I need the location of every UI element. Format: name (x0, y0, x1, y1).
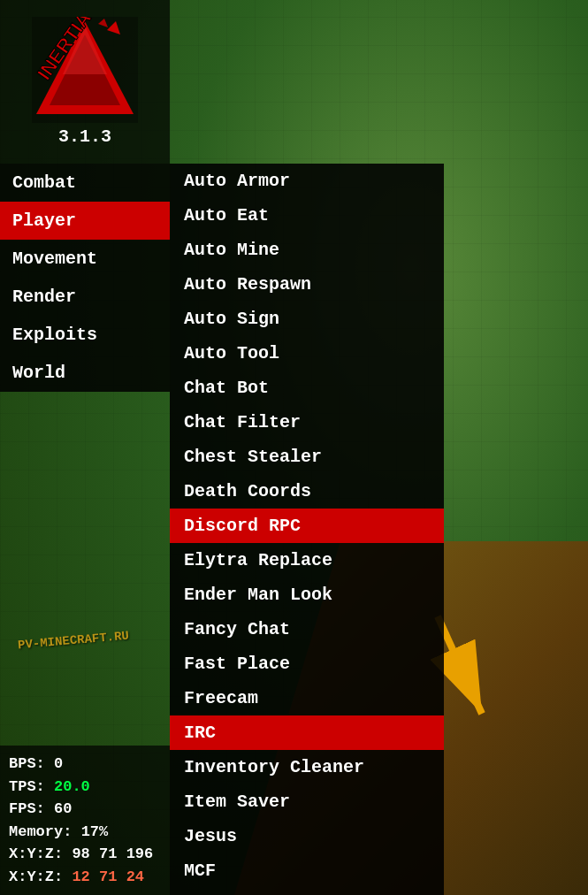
sidebar-item-exploits[interactable]: Exploits (0, 316, 170, 354)
submenu-item-elytra-replace[interactable]: Elytra Replace (170, 543, 444, 578)
submenu-item-auto-mine[interactable]: Auto Mine (170, 233, 444, 267)
submenu: Auto Armor Auto Eat Auto Mine Auto Respa… (170, 164, 444, 895)
submenu-item-auto-respawn[interactable]: Auto Respawn (170, 267, 444, 302)
sidebar-item-combat[interactable]: Combat (0, 164, 170, 202)
xyz2-value: 12 71 24 (72, 868, 144, 885)
submenu-item-inventory-cleaner[interactable]: Inventory Cleaner (170, 750, 444, 784)
tps-label: TPS: (9, 778, 45, 795)
sidebar-item-render[interactable]: Render (0, 278, 170, 316)
submenu-item-item-saver[interactable]: Item Saver (170, 784, 444, 819)
bps-value: 0 (54, 755, 63, 772)
submenu-item-ender-man-look[interactable]: Ender Man Look (170, 578, 444, 612)
stat-bps: BPS: 0 (9, 753, 161, 776)
memory-label: Memory: (9, 823, 72, 840)
xyz2-label: X:Y:Z: (9, 868, 63, 885)
fps-label: FPS: (9, 800, 45, 817)
memory-value: 17% (81, 823, 109, 840)
sidebar-item-player[interactable]: Player (0, 202, 170, 240)
svg-line-8 (438, 616, 482, 714)
stat-tps: TPS: 20.0 (9, 776, 161, 799)
submenu-item-fancy-chat[interactable]: Fancy Chat (170, 612, 444, 646)
submenu-item-auto-sign[interactable]: Auto Sign (170, 302, 444, 336)
stat-memory: Memory: 17% (9, 821, 161, 844)
stat-xyz2: X:Y:Z: 12 71 24 (9, 866, 161, 889)
submenu-item-chat-bot[interactable]: Chat Bot (170, 371, 444, 405)
submenu-item-discord-rpc[interactable]: Discord RPC (170, 509, 444, 543)
sidebar-item-movement[interactable]: Movement (0, 240, 170, 278)
sidebar: Combat Player Movement Render Exploits W… (0, 164, 170, 392)
submenu-item-death-coords[interactable]: Death Coords (170, 474, 444, 509)
submenu-item-auto-armor[interactable]: Auto Armor (170, 164, 444, 198)
stat-fps: FPS: 60 (9, 798, 161, 821)
fps-value: 60 (54, 800, 72, 817)
submenu-item-chest-stealer[interactable]: Chest Stealer (170, 440, 444, 474)
submenu-item-irc[interactable]: IRC (170, 715, 444, 750)
submenu-item-jesus[interactable]: Jesus (170, 819, 444, 853)
stat-xyz1: X:Y:Z: 98 71 196 (9, 843, 161, 866)
xyz1-value: 98 71 196 (72, 845, 153, 862)
tps-value: 20.0 (54, 778, 90, 795)
submenu-item-fast-place[interactable]: Fast Place (170, 646, 444, 681)
submenu-item-auto-tool[interactable]: Auto Tool (170, 336, 444, 371)
submenu-item-chat-filter[interactable]: Chat Filter (170, 405, 444, 440)
submenu-item-freecam[interactable]: Freecam (170, 681, 444, 715)
logo-version: 3.1.3 (58, 126, 111, 147)
submenu-item-mcf[interactable]: MCF (170, 853, 444, 888)
submenu-item-auto-eat[interactable]: Auto Eat (170, 198, 444, 233)
sidebar-item-world[interactable]: World (0, 354, 170, 392)
xyz1-label: X:Y:Z: (9, 845, 63, 862)
logo-triangle: INERTIA (32, 17, 138, 123)
submenu-item-skin-blinker[interactable]: Skin Blinker (170, 888, 444, 895)
bps-label: BPS: (9, 755, 45, 772)
logo-area: INERTIA 3.1.3 (0, 0, 170, 164)
stats-panel: BPS: 0 TPS: 20.0 FPS: 60 Memory: 17% X:Y… (0, 746, 170, 895)
